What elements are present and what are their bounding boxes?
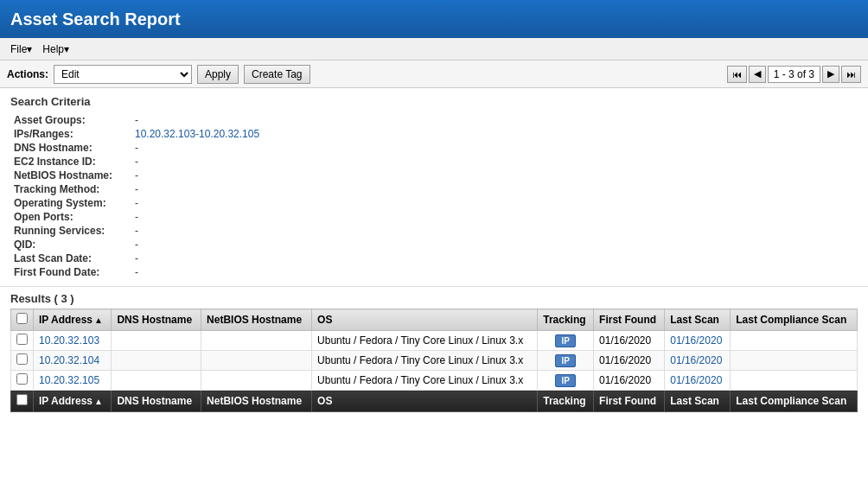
- col-header-ip[interactable]: IP Address▲: [34, 309, 112, 331]
- create-tag-button[interactable]: Create Tag: [244, 65, 310, 84]
- cell-ip: 10.20.32.105: [34, 371, 112, 391]
- col-footer-os: OS: [312, 391, 538, 412]
- col-header-first_found: First Found: [594, 309, 665, 331]
- criteria-value: 10.20.32.103-10.20.32.105: [131, 127, 858, 141]
- cell-last-compliance: [731, 331, 858, 351]
- select-all-checkbox[interactable]: [16, 313, 28, 324]
- actions-dropdown[interactable]: Edit: [54, 65, 192, 84]
- col-header-dns: DNS Hostname: [112, 309, 201, 331]
- criteria-label: DNS Hostname:: [10, 141, 131, 155]
- cell-ip: 10.20.32.103: [34, 331, 112, 351]
- col-footer-last_scan: Last Scan: [665, 391, 731, 412]
- actions-label: Actions:: [7, 68, 48, 80]
- last-scan-link[interactable]: 01/16/2020: [670, 374, 722, 386]
- last-scan-link[interactable]: 01/16/2020: [670, 354, 722, 366]
- cell-dns: [112, 371, 201, 391]
- page-title: Asset Search Report: [10, 10, 181, 29]
- col-header-tracking: Tracking: [538, 309, 594, 331]
- criteria-label: QID:: [10, 238, 131, 251]
- col-footer-last_compliance: Last Compliance Scan: [731, 391, 858, 412]
- last-page-button[interactable]: ⏭: [841, 66, 861, 83]
- criteria-label: IPs/Ranges:: [10, 127, 131, 141]
- pagination: ⏮ ◀ 1 - 3 of 3 ▶ ⏭: [727, 66, 861, 83]
- cell-last-scan: 01/16/2020: [665, 351, 731, 371]
- criteria-label: Running Services:: [10, 224, 131, 238]
- col-header-checkbox: [11, 309, 34, 331]
- results-section: Results ( 3 ) IP Address▲DNS HostnameNet…: [0, 287, 868, 417]
- menu-help[interactable]: Help▾: [39, 41, 73, 57]
- criteria-label: Open Ports:: [10, 210, 131, 224]
- col-footer-tracking: Tracking: [538, 391, 594, 412]
- col-footer-checkbox: [11, 391, 34, 412]
- criteria-label: EC2 Instance ID:: [10, 155, 131, 169]
- cell-netbios: [201, 351, 312, 371]
- apply-button[interactable]: Apply: [197, 65, 239, 84]
- cell-os: Ubuntu / Fedora / Tiny Core Linux / Linu…: [312, 371, 538, 391]
- table-row: 10.20.32.104Ubuntu / Fedora / Tiny Core …: [11, 351, 858, 371]
- cell-last-scan: 01/16/2020: [665, 331, 731, 351]
- criteria-value: -: [131, 169, 858, 182]
- prev-page-button[interactable]: ◀: [749, 66, 766, 83]
- col-header-os: OS: [312, 309, 538, 331]
- criteria-value: -: [131, 224, 858, 238]
- row-checkbox[interactable]: [16, 334, 28, 345]
- row-checkbox[interactable]: [16, 353, 28, 365]
- col-footer-ip[interactable]: IP Address▲: [34, 391, 112, 412]
- col-header-netbios: NetBIOS Hostname: [201, 309, 312, 331]
- criteria-value: -: [131, 113, 858, 127]
- cell-dns: [112, 351, 201, 371]
- next-page-button[interactable]: ▶: [822, 66, 839, 83]
- cell-first-found: 01/16/2020: [594, 371, 665, 391]
- criteria-value: -: [131, 210, 858, 224]
- cell-dns: [112, 331, 201, 351]
- table-row: 10.20.32.103Ubuntu / Fedora / Tiny Core …: [11, 331, 858, 351]
- last-scan-link[interactable]: 01/16/2020: [670, 334, 722, 347]
- cell-last-scan: 01/16/2020: [665, 371, 731, 391]
- criteria-label: NetBIOS Hostname:: [10, 169, 131, 182]
- criteria-value: -: [131, 251, 858, 265]
- cell-last-compliance: [731, 371, 858, 391]
- tracking-badge: IP: [555, 334, 575, 347]
- col-footer-dns: DNS Hostname: [112, 391, 201, 412]
- tracking-badge: IP: [555, 374, 575, 387]
- criteria-value: -: [131, 182, 858, 196]
- cell-first-found: 01/16/2020: [594, 331, 665, 351]
- cell-tracking: IP: [538, 351, 594, 371]
- criteria-value: -: [131, 196, 858, 210]
- cell-os: Ubuntu / Fedora / Tiny Core Linux / Linu…: [312, 331, 538, 351]
- criteria-link[interactable]: 10.20.32.103-10.20.32.105: [135, 128, 259, 140]
- ip-link[interactable]: 10.20.32.104: [39, 354, 99, 366]
- cell-netbios: [201, 371, 312, 391]
- col-header-last_compliance: Last Compliance Scan: [731, 309, 858, 331]
- sort-arrow: ▲: [94, 315, 103, 325]
- col-footer-first_found: First Found: [594, 391, 665, 412]
- toolbar: Actions: Edit Apply Create Tag ⏮ ◀ 1 - 3…: [0, 60, 868, 88]
- ip-link[interactable]: 10.20.32.105: [39, 374, 99, 386]
- page-header: Asset Search Report: [0, 0, 868, 38]
- criteria-value: -: [131, 265, 858, 279]
- cell-first-found: 01/16/2020: [594, 351, 665, 371]
- cell-os: Ubuntu / Fedora / Tiny Core Linux / Linu…: [312, 351, 538, 371]
- menu-file[interactable]: File▾: [7, 41, 35, 57]
- col-footer-netbios: NetBIOS Hostname: [201, 391, 312, 412]
- search-criteria-title: Search Criteria: [10, 95, 858, 108]
- first-page-button[interactable]: ⏮: [727, 66, 747, 83]
- col-header-last_scan: Last Scan: [665, 309, 731, 331]
- cell-ip: 10.20.32.104: [34, 351, 112, 371]
- cell-tracking: IP: [538, 371, 594, 391]
- criteria-value: -: [131, 141, 858, 155]
- ip-link[interactable]: 10.20.32.103: [39, 334, 99, 347]
- cell-netbios: [201, 331, 312, 351]
- criteria-label: Asset Groups:: [10, 113, 131, 127]
- criteria-label: Operating System:: [10, 196, 131, 210]
- select-all-checkbox-footer[interactable]: [16, 394, 28, 405]
- criteria-table: Asset Groups:-IPs/Ranges:10.20.32.103-10…: [10, 113, 858, 279]
- criteria-label: First Found Date:: [10, 265, 131, 279]
- table-row: 10.20.32.105Ubuntu / Fedora / Tiny Core …: [11, 371, 858, 391]
- criteria-value: -: [131, 238, 858, 251]
- row-checkbox[interactable]: [16, 373, 28, 385]
- results-table: IP Address▲DNS HostnameNetBIOS HostnameO…: [10, 309, 858, 412]
- search-criteria-section: Search Criteria Asset Groups:-IPs/Ranges…: [0, 88, 868, 287]
- results-title: Results ( 3 ): [10, 292, 858, 305]
- cell-tracking: IP: [538, 331, 594, 351]
